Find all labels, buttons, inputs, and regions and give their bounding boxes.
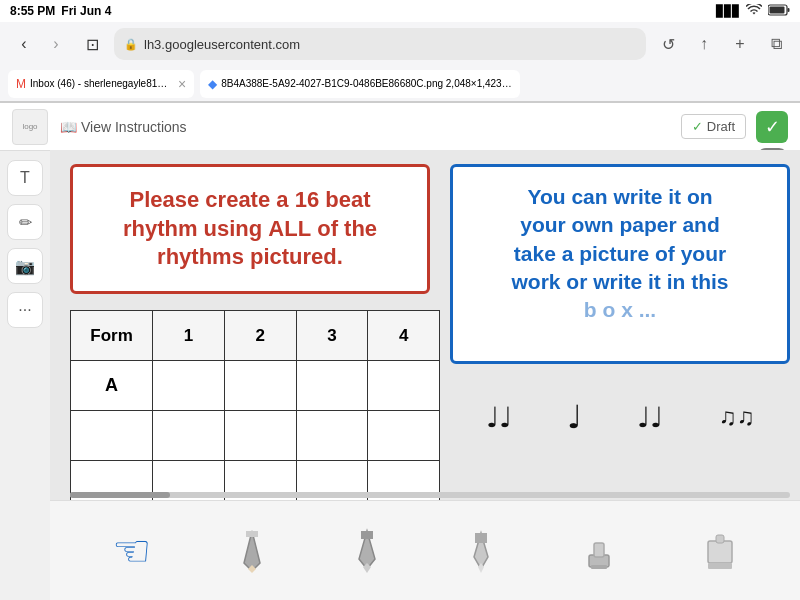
- svg-rect-1: [788, 8, 790, 12]
- hand-tool-item[interactable]: ☜: [112, 525, 151, 576]
- signal-icon: ▊▊▊: [716, 5, 740, 18]
- red-instruction-box: Please create a 16 beatrhythm using ALL …: [70, 164, 430, 294]
- hand-icon: ☜: [112, 525, 151, 576]
- stamp-tool-item[interactable]: [581, 527, 617, 575]
- svg-rect-15: [708, 541, 732, 563]
- music-note-4: ♫♫: [718, 403, 754, 431]
- tab-gmail-label: Inbox (46) - sherlenegayle81@gmail.com -…: [30, 78, 170, 89]
- pen-tool-button[interactable]: ✏: [7, 204, 43, 240]
- book-icon: 📖: [60, 119, 77, 135]
- cell-24[interactable]: [368, 411, 440, 461]
- scroll-thumb[interactable]: [70, 492, 170, 498]
- status-bar: 8:55 PM Fri Jun 4 ▊▊▊: [0, 0, 800, 22]
- cell-21[interactable]: [153, 411, 225, 461]
- marker-icon: [353, 527, 381, 575]
- pencil-tool-item[interactable]: [236, 527, 268, 575]
- more-tool-icon: ···: [18, 301, 31, 319]
- cell-a4[interactable]: [368, 361, 440, 411]
- tab-image-label: 8B4A388E-5A92-4027-B1C9-0486BE86680C.png…: [221, 78, 512, 89]
- table-header-row: Form 1 2 3 4: [71, 311, 440, 361]
- wifi-icon: [746, 4, 762, 18]
- marker-tool-item[interactable]: [353, 527, 381, 575]
- col-1: 1: [153, 311, 225, 361]
- battery-icon: [768, 4, 790, 18]
- browser-chrome: ‹ › ⊡ 🔒 lh3.googleusercontent.com ↺ ↑ + …: [0, 22, 800, 103]
- scroll-indicator[interactable]: [70, 492, 790, 498]
- forward-button[interactable]: ›: [42, 30, 70, 58]
- cell-a1[interactable]: [153, 361, 225, 411]
- app-toolbar: logo 📖 View Instructions ✓ Draft ✓: [0, 103, 800, 151]
- draft-label: Draft: [707, 119, 735, 134]
- bottom-toolbar: ☜: [50, 500, 800, 600]
- stamp-icon: [581, 527, 617, 575]
- url-text: lh3.googleusercontent.com: [144, 37, 300, 52]
- row-label-a: A: [71, 361, 153, 411]
- music-note-3: ♩♩: [637, 401, 663, 434]
- row-label-2: [71, 411, 153, 461]
- gcloud-favicon: ◆: [208, 77, 217, 91]
- view-instructions-button[interactable]: 📖 View Instructions: [60, 119, 187, 135]
- col-form: Form: [71, 311, 153, 361]
- col-3: 3: [296, 311, 368, 361]
- svg-rect-17: [716, 535, 724, 543]
- address-bar[interactable]: 🔒 lh3.googleusercontent.com: [114, 28, 646, 60]
- eraser-icon: [702, 527, 738, 575]
- col-2: 2: [224, 311, 296, 361]
- tab-close-icon[interactable]: ×: [178, 76, 186, 92]
- app-toolbar-right: ✓ Draft ✓: [681, 111, 788, 143]
- content-area: Please create a 16 beatrhythm using ALL …: [50, 150, 800, 500]
- text-tool-button[interactable]: T: [7, 160, 43, 196]
- table-row: A: [71, 361, 440, 411]
- pencil-icon: [236, 527, 268, 575]
- tab-bar: M Inbox (46) - sherlenegayle81@gmail.com…: [0, 66, 800, 102]
- cell-a2[interactable]: [224, 361, 296, 411]
- svg-rect-14: [591, 565, 607, 569]
- browser-toolbar: ‹ › ⊡ 🔒 lh3.googleusercontent.com ↺ ↑ + …: [0, 22, 800, 66]
- reader-mode-button[interactable]: ⊡: [78, 30, 106, 58]
- gmail-favicon: M: [16, 77, 26, 91]
- blue-instruction-text: You can write it onyour own paper andtak…: [469, 183, 771, 325]
- rhythm-table: Form 1 2 3 4 A: [70, 310, 440, 500]
- tab-image[interactable]: ◆ 8B4A388E-5A92-4027-B1C9-0486BE86680C.p…: [200, 70, 520, 98]
- blue-instruction-box: You can write it onyour own paper andtak…: [450, 164, 790, 364]
- music-note-1: ♩♩: [486, 401, 512, 434]
- view-instructions-label: View Instructions: [81, 119, 187, 135]
- highlighter-tool-item[interactable]: [466, 527, 496, 575]
- cell-a3[interactable]: [296, 361, 368, 411]
- lock-icon: 🔒: [124, 38, 138, 51]
- music-notes-area: ♩♩ ♩ ♩♩ ♫♫: [450, 390, 790, 444]
- table-row: [71, 411, 440, 461]
- camera-tool-button[interactable]: 📷: [7, 248, 43, 284]
- music-note-2: ♩: [567, 398, 582, 436]
- svg-rect-2: [770, 7, 785, 14]
- left-sidebar: T ✏ 📷 ···: [0, 150, 50, 338]
- svg-rect-16: [708, 563, 732, 569]
- cell-22[interactable]: [224, 411, 296, 461]
- cell-23[interactable]: [296, 411, 368, 461]
- rhythm-table-container: Form 1 2 3 4 A: [70, 310, 440, 500]
- eraser-tool-item[interactable]: [702, 527, 738, 575]
- refresh-button[interactable]: ↺: [654, 30, 682, 58]
- draft-button[interactable]: ✓ Draft: [681, 114, 746, 139]
- text-tool-icon: T: [20, 169, 30, 187]
- submit-icon: ✓: [765, 116, 780, 138]
- nav-buttons: ‹ ›: [10, 30, 70, 58]
- app-logo: logo: [12, 109, 48, 145]
- back-button[interactable]: ‹: [10, 30, 38, 58]
- svg-rect-5: [246, 531, 258, 537]
- camera-tool-icon: 📷: [15, 257, 35, 276]
- status-time: 8:55 PM: [10, 4, 55, 18]
- status-date: Fri Jun 4: [61, 4, 111, 18]
- highlighter-icon: [466, 527, 496, 575]
- share-button[interactable]: ↑: [690, 30, 718, 58]
- svg-rect-11: [475, 533, 487, 543]
- pen-tool-icon: ✏: [19, 213, 32, 232]
- red-instruction-text: Please create a 16 beatrhythm using ALL …: [123, 186, 377, 272]
- tab-gmail[interactable]: M Inbox (46) - sherlenegayle81@gmail.com…: [8, 70, 194, 98]
- toolbar-right: ↺ ↑ + ⧉: [654, 30, 790, 58]
- svg-rect-8: [361, 531, 373, 539]
- more-tool-button[interactable]: ···: [7, 292, 43, 328]
- tabs-button[interactable]: ⧉: [762, 30, 790, 58]
- submit-button[interactable]: ✓: [756, 111, 788, 143]
- add-tab-button[interactable]: +: [726, 30, 754, 58]
